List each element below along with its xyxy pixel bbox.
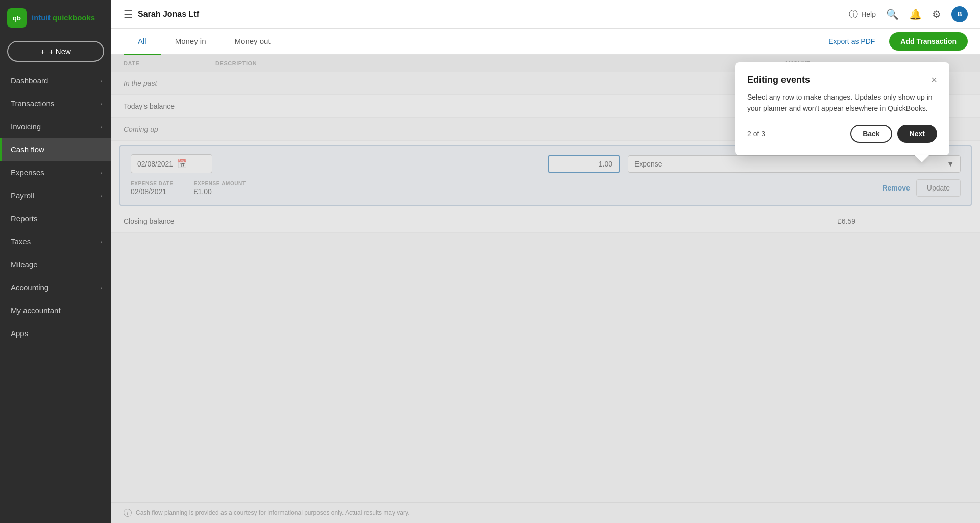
topbar-right: ⓘ Help 🔍 🔔 ⚙ B: [849, 6, 968, 22]
logo-text: intuit quickbooks: [32, 13, 95, 22]
sidebar-item-payroll[interactable]: Payroll ›: [0, 184, 111, 207]
col-description: DESCRIPTION: [215, 60, 784, 66]
edit-row-top: 02/08/2021 📅 Expense ▼: [131, 154, 961, 173]
sidebar-item-reports[interactable]: Reports: [0, 207, 111, 230]
sidebar-item-label: My accountant: [11, 306, 61, 315]
sidebar-item-label: Dashboard: [11, 76, 48, 85]
footer-info-text: Cash flow planning is provided as a cour…: [136, 509, 409, 516]
sidebar-item-label: Taxes: [11, 237, 31, 246]
sidebar-item-invoicing[interactable]: Invoicing ›: [0, 115, 111, 138]
expense-date-label: EXPENSE DATE: [131, 181, 174, 186]
sidebar: qb intuit quickbooks + + New Dashboard ›…: [0, 0, 111, 523]
popover-header: Editing events ×: [747, 75, 937, 85]
topbar-left: ☰ Sarah Jonas Ltf: [124, 8, 199, 20]
type-value: Expense: [634, 160, 662, 168]
sidebar-item-mileage[interactable]: Mileage: [0, 253, 111, 276]
next-button[interactable]: Next: [897, 125, 937, 143]
tabs-actions: Export as PDF Add Transaction: [822, 32, 968, 51]
expense-amount-label: EXPENSE AMOUNT: [194, 181, 246, 186]
search-icon[interactable]: 🔍: [886, 8, 899, 20]
popover-buttons: Back Next: [850, 125, 937, 143]
edit-actions: Remove Update: [882, 179, 961, 197]
popover-counter: 2 of 3: [747, 130, 765, 138]
avatar[interactable]: B: [951, 6, 968, 22]
content-area: DATE DESCRIPTION AMOUNT In the past Toda…: [111, 55, 980, 523]
editing-events-popover: Editing events × Select any row to make …: [735, 62, 949, 155]
edit-row-bottom: EXPENSE DATE 02/08/2021 EXPENSE AMOUNT £…: [131, 179, 961, 197]
sidebar-item-label: Mileage: [11, 260, 38, 269]
sidebar-item-expenses[interactable]: Expenses ›: [0, 161, 111, 184]
closing-balance-amount: £6.59: [784, 217, 876, 225]
expense-amount-field: EXPENSE AMOUNT £1.00: [194, 181, 246, 196]
edit-labels: EXPENSE DATE 02/08/2021 EXPENSE AMOUNT £…: [131, 181, 246, 196]
section-label: Coming up: [124, 125, 215, 133]
sidebar-item-label: Apps: [11, 329, 28, 338]
bell-icon[interactable]: 🔔: [909, 8, 922, 20]
sidebar-item-label: Payroll: [11, 191, 34, 200]
popover-body: Select any row to make changes. Updates …: [747, 91, 937, 114]
sidebar-logo: qb intuit quickbooks: [0, 0, 111, 36]
company-name: Sarah Jonas Ltf: [138, 10, 199, 19]
sidebar-item-my-accountant[interactable]: My accountant: [0, 299, 111, 322]
chevron-down-icon: ▼: [947, 160, 954, 168]
closing-balance-label: Closing balance: [124, 217, 215, 225]
add-transaction-button[interactable]: Add Transaction: [889, 32, 968, 51]
sidebar-item-label: Accounting: [11, 283, 48, 292]
chevron-right-icon: ›: [100, 239, 102, 245]
chevron-right-icon: ›: [100, 78, 102, 84]
expense-date-field: EXPENSE DATE 02/08/2021: [131, 181, 174, 196]
sidebar-item-label: Expenses: [11, 168, 44, 177]
sidebar-item-accounting[interactable]: Accounting ›: [0, 276, 111, 299]
chevron-right-icon: ›: [100, 284, 102, 291]
plus-icon: +: [40, 47, 45, 56]
col-date: DATE: [124, 60, 215, 66]
type-select[interactable]: Expense ▼: [628, 155, 961, 173]
sidebar-item-cash-flow[interactable]: Cash flow: [0, 138, 111, 161]
expense-amount-value: £1.00: [194, 187, 246, 196]
tabs-bar: All Money in Money out Export as PDF Add…: [111, 29, 980, 55]
footer-info: i Cash flow planning is provided as a co…: [111, 502, 980, 523]
chevron-right-icon: ›: [100, 124, 102, 130]
help-button[interactable]: ⓘ Help: [849, 8, 876, 20]
expense-date-value: 02/08/2021: [131, 187, 174, 196]
sidebar-item-label: Transactions: [11, 99, 54, 108]
calendar-icon[interactable]: 📅: [177, 159, 187, 169]
help-circle-icon: ⓘ: [849, 8, 858, 20]
svg-text:qb: qb: [13, 14, 21, 22]
chevron-right-icon: ›: [100, 170, 102, 176]
chevron-right-icon: ›: [100, 193, 102, 199]
chevron-right-icon: ›: [100, 101, 102, 107]
date-input[interactable]: 02/08/2021 📅: [131, 154, 212, 173]
sidebar-item-apps[interactable]: Apps: [0, 322, 111, 345]
export-pdf-button[interactable]: Export as PDF: [822, 33, 881, 50]
popover-close-button[interactable]: ×: [931, 75, 937, 85]
tabs-list: All Money in Money out: [124, 29, 285, 54]
popover-footer: 2 of 3 Back Next: [747, 125, 937, 143]
sidebar-item-label: Cash flow: [11, 145, 44, 154]
sidebar-item-taxes[interactable]: Taxes ›: [0, 230, 111, 253]
sidebar-navigation: Dashboard › Transactions › Invoicing › C…: [0, 69, 111, 523]
sidebar-item-label: Reports: [11, 214, 38, 223]
popover-title: Editing events: [747, 75, 810, 85]
amount-input[interactable]: [548, 155, 620, 173]
section-label: In the past: [124, 79, 215, 87]
quickbooks-logo-icon: qb: [7, 8, 27, 28]
hamburger-icon[interactable]: ☰: [124, 8, 133, 20]
info-icon: i: [124, 509, 132, 517]
sidebar-item-label: Invoicing: [11, 122, 41, 131]
settings-icon[interactable]: ⚙: [932, 8, 941, 20]
back-button[interactable]: Back: [850, 125, 892, 143]
tab-money-in[interactable]: Money in: [161, 29, 220, 55]
row-closing-balance[interactable]: Closing balance £6.59: [111, 210, 980, 233]
topbar: ☰ Sarah Jonas Ltf ⓘ Help 🔍 🔔 ⚙ B: [111, 0, 980, 29]
update-button[interactable]: Update: [916, 179, 961, 197]
sidebar-item-dashboard[interactable]: Dashboard ›: [0, 69, 111, 92]
remove-button[interactable]: Remove: [882, 184, 910, 192]
tab-money-out[interactable]: Money out: [220, 29, 285, 55]
main-content: ☰ Sarah Jonas Ltf ⓘ Help 🔍 🔔 ⚙ B All Mon…: [111, 0, 980, 523]
balance-label: Today's balance: [124, 102, 215, 110]
tab-all[interactable]: All: [124, 29, 161, 55]
new-button[interactable]: + + New: [7, 41, 104, 62]
date-value: 02/08/2021: [137, 160, 173, 168]
sidebar-item-transactions[interactable]: Transactions ›: [0, 92, 111, 115]
